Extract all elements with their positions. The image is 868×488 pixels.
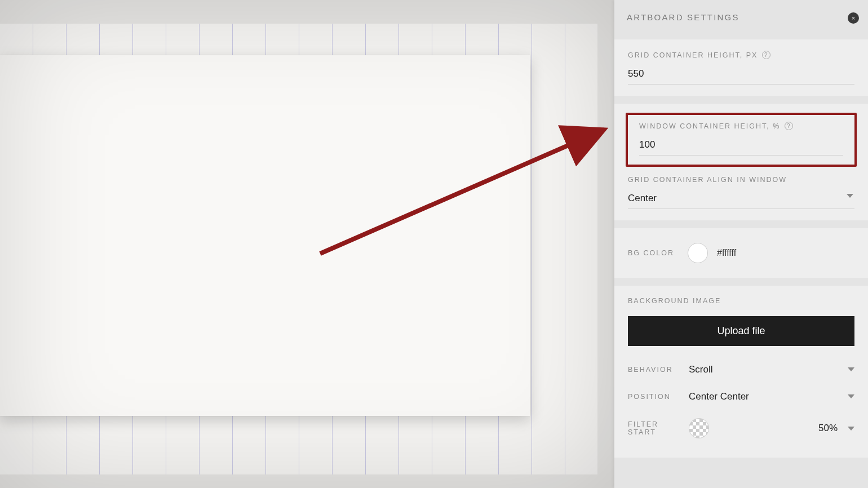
filter-start-swatch[interactable]: [689, 418, 709, 438]
align-select-value: Center: [628, 192, 854, 209]
grid-height-label: GRID CONTAINER HEIGHT, PX ?: [628, 51, 854, 59]
bg-color-hex[interactable]: #ffffff: [717, 248, 736, 258]
chevron-down-icon: [848, 427, 854, 431]
section-window-height: WINDOW CONTAINER HEIGHT, % ? GRID CONTAI…: [614, 104, 868, 220]
highlight-window-height: WINDOW CONTAINER HEIGHT, % ?: [626, 113, 857, 167]
canvas-area[interactable]: [0, 0, 614, 488]
align-label-text: GRID CONTAINER ALIGN IN WINDOW: [628, 176, 787, 184]
behavior-select[interactable]: Scroll: [689, 364, 854, 375]
window-height-label: WINDOW CONTAINER HEIGHT, % ?: [639, 122, 843, 130]
panel-header: ARTBOARD SETTINGS ×: [614, 0, 868, 34]
close-icon[interactable]: ×: [848, 12, 859, 24]
panel-title: ARTBOARD SETTINGS: [627, 12, 739, 22]
bg-image-heading: BACKGROUND IMAGE: [628, 297, 854, 305]
chevron-down-icon: [847, 194, 853, 198]
bg-image-heading-text: BACKGROUND IMAGE: [628, 297, 721, 305]
panel-body: GRID CONTAINER HEIGHT, PX ? WINDOW CONTA…: [614, 34, 868, 488]
chevron-down-icon: [848, 394, 854, 398]
position-label: POSITION: [628, 393, 680, 401]
help-icon[interactable]: ?: [785, 122, 793, 130]
align-select[interactable]: Center: [628, 192, 854, 209]
position-select[interactable]: Center Center: [689, 391, 854, 402]
position-row: POSITION Center Center: [628, 383, 854, 410]
filter-start-select[interactable]: 50%: [818, 423, 854, 434]
section-bg-color: BG COLOR #ffffff: [614, 228, 868, 278]
bg-color-swatch[interactable]: [688, 243, 708, 263]
position-select-value: Center Center: [689, 391, 749, 402]
filter-start-row: FILTER START 50%: [628, 410, 854, 446]
behavior-row: BEHAVIOR Scroll: [628, 356, 854, 383]
bg-color-label: BG COLOR: [628, 249, 679, 257]
filter-start-label: FILTER START: [628, 420, 680, 436]
help-icon[interactable]: ?: [762, 51, 770, 59]
upload-file-button[interactable]: Upload file: [628, 316, 854, 346]
behavior-select-value: Scroll: [689, 364, 713, 375]
behavior-label: BEHAVIOR: [628, 366, 680, 374]
window-height-label-text: WINDOW CONTAINER HEIGHT, %: [639, 122, 780, 130]
grid-height-input[interactable]: [628, 67, 854, 85]
window-height-input[interactable]: [639, 138, 843, 156]
settings-panel: ARTBOARD SETTINGS × GRID CONTAINER HEIGH…: [614, 0, 868, 488]
section-bg-image: BACKGROUND IMAGE Upload file BEHAVIOR Sc…: [614, 286, 868, 458]
align-label: GRID CONTAINER ALIGN IN WINDOW: [628, 176, 854, 184]
grid-height-label-text: GRID CONTAINER HEIGHT, PX: [628, 51, 758, 59]
filter-start-value: 50%: [818, 423, 838, 434]
chevron-down-icon: [848, 367, 854, 371]
section-grid-height: GRID CONTAINER HEIGHT, PX ?: [614, 39, 868, 96]
artboard[interactable]: [0, 55, 530, 416]
